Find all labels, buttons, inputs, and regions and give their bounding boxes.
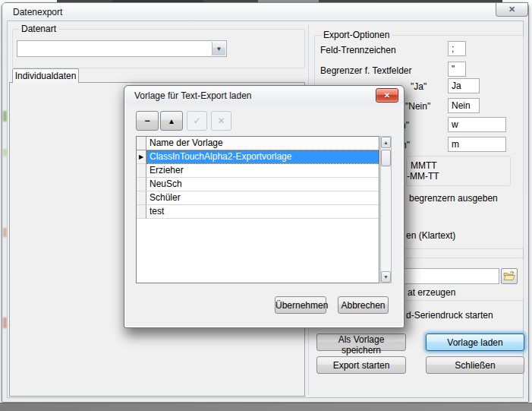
close-dialog-button[interactable]: Schließen bbox=[426, 356, 524, 374]
close-icon: ✕ bbox=[508, 5, 515, 14]
table-row[interactable]: Erzieher bbox=[137, 164, 379, 178]
row-marker-icon: ▶ bbox=[139, 153, 143, 160]
template-grid: Name der Vorlage ▶ ClassInTouchAlpha2-Ex… bbox=[136, 136, 379, 283]
browse-file-button[interactable] bbox=[501, 268, 518, 284]
table-row[interactable]: NeuSch bbox=[137, 178, 379, 191]
cancel-record-button: ✕ bbox=[211, 111, 231, 131]
x-icon: ✕ bbox=[217, 115, 225, 126]
text-delimiter-input[interactable] bbox=[448, 62, 466, 77]
table-row[interactable]: ▶ ClassInTouchAlpha2-Exportvorlage bbox=[137, 150, 379, 164]
date-format-option-2[interactable]: -MM-TT bbox=[407, 171, 439, 182]
field-separator-input[interactable] bbox=[448, 41, 466, 56]
window-close-button[interactable]: ✕ bbox=[496, 2, 528, 17]
modal-title: Vorlage für Text-Export laden bbox=[134, 90, 252, 101]
minus-icon: − bbox=[144, 115, 150, 126]
export-options-title: Export-Optionen bbox=[321, 30, 392, 40]
template-name-cell[interactable]: test bbox=[146, 205, 379, 219]
table-row[interactable]: Schüler bbox=[137, 191, 379, 205]
combobox-dropdown-button[interactable]: ▼ bbox=[212, 42, 225, 55]
window-titlebar[interactable]: Datenexport bbox=[2, 3, 528, 21]
template-name-cell[interactable]: Erzieher bbox=[146, 164, 379, 178]
apply-button[interactable]: Übernehmen bbox=[275, 296, 326, 314]
template-name-cell[interactable]: Schüler bbox=[146, 191, 379, 205]
row-indicator bbox=[137, 164, 146, 178]
maennlich-value-input[interactable] bbox=[448, 137, 506, 152]
datenart-combobox[interactable]: ▼ bbox=[17, 40, 227, 57]
scroll-down-button[interactable]: ▼ bbox=[381, 271, 391, 283]
ja-value-input[interactable] bbox=[448, 78, 480, 93]
background-taskbar-strip bbox=[0, 403, 532, 411]
save-template-button[interactable]: Als Vorlage speichern bbox=[316, 334, 406, 351]
check-icon: ✓ bbox=[193, 115, 200, 126]
scroll-up-button[interactable]: ▲ bbox=[381, 137, 391, 148]
delete-record-button[interactable]: − bbox=[136, 111, 159, 131]
window-title: Datenexport bbox=[13, 7, 62, 17]
scrollbar-thumb[interactable] bbox=[381, 150, 391, 166]
scroll-down-icon: ▼ bbox=[383, 274, 389, 280]
row-indicator bbox=[137, 178, 146, 191]
nein-label-fragment: "Nein" bbox=[405, 101, 430, 112]
ansi-checkbox-label-fragment[interactable]: at erzeugen bbox=[408, 287, 455, 298]
seriendruck-checkbox-label-fragment[interactable]: d-Seriendruck starten bbox=[406, 310, 493, 321]
tab-individualdaten[interactable]: Individualdaten bbox=[12, 68, 79, 83]
delimiter-checkbox-label-fragment[interactable]: begrenzern ausgeben bbox=[409, 193, 498, 204]
load-template-button[interactable]: Vorlage laden bbox=[426, 334, 524, 351]
grid-scrollbar[interactable]: ▲ ▼ bbox=[380, 136, 392, 283]
date-format-panel: MMTT -MM-TT bbox=[406, 156, 511, 186]
date-format-option-1[interactable]: MMTT bbox=[411, 160, 437, 171]
triangle-up-icon: ▲ bbox=[168, 117, 175, 125]
weiblich-value-input[interactable] bbox=[448, 117, 506, 132]
klartext-checkbox-label-fragment[interactable]: en (Klartext) bbox=[406, 230, 455, 241]
modal-close-button[interactable]: ✕ bbox=[376, 88, 398, 103]
grid-header-label: Name der Vorlage bbox=[146, 137, 379, 150]
grid-header-indicator-cell bbox=[137, 137, 146, 150]
close-icon: ✕ bbox=[384, 91, 390, 100]
template-name-cell[interactable]: NeuSch bbox=[146, 178, 379, 191]
datenart-label: Datenart bbox=[19, 24, 58, 34]
ja-label-fragment: "Ja" bbox=[411, 81, 427, 92]
row-indicator bbox=[137, 205, 146, 219]
text-delimiter-label: Begrenzer f. Textfelder bbox=[320, 65, 412, 76]
nein-value-input[interactable] bbox=[448, 98, 480, 113]
table-row[interactable]: test bbox=[137, 205, 379, 219]
modal-titlebar[interactable]: Vorlage für Text-Export laden bbox=[125, 87, 403, 104]
row-indicator: ▶ bbox=[137, 150, 146, 164]
open-folder-icon bbox=[503, 270, 515, 281]
post-record-button: ✓ bbox=[187, 111, 207, 131]
template-name-cell[interactable]: ClassInTouchAlpha2-Exportvorlage bbox=[146, 150, 379, 164]
screen: Datenexport ✕ Datenart ▼ Individualdaten bbox=[0, 0, 532, 411]
scroll-up-icon: ▲ bbox=[383, 140, 389, 145]
row-indicator bbox=[137, 191, 146, 205]
load-template-modal: Vorlage für Text-Export laden ✕ − ▲ ✓ ✕ … bbox=[124, 85, 405, 328]
chevron-down-icon: ▼ bbox=[216, 46, 222, 52]
cancel-button[interactable]: Abbrechen bbox=[338, 296, 389, 314]
start-export-button[interactable]: Export starten bbox=[316, 356, 406, 374]
tab-label: Individualdaten bbox=[15, 71, 77, 81]
edit-record-button[interactable]: ▲ bbox=[160, 111, 183, 131]
field-separator-label: Feld-Trennzeichen bbox=[320, 45, 396, 55]
grid-header-row: Name der Vorlage bbox=[137, 137, 379, 150]
